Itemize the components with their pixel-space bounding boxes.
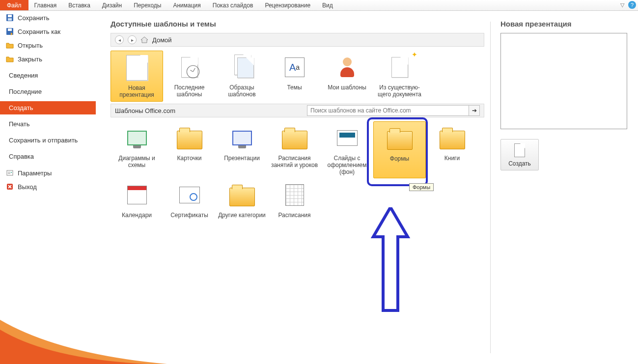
menu-label: Последние: [9, 88, 42, 95]
menu-exit[interactable]: Выход: [0, 180, 96, 194]
tile-label: Темы: [269, 84, 320, 98]
menu-info[interactable]: Сведения: [0, 69, 96, 82]
tile-label: Образцы шаблонов: [217, 84, 267, 98]
menu-label: Печать: [9, 120, 30, 128]
breadcrumb: ◂ ▸ Домой: [111, 33, 484, 47]
menu-create[interactable]: Создать: [0, 101, 96, 114]
tab-animation[interactable]: Анимация: [167, 0, 206, 10]
menu-saveas[interactable]: Сохранить как: [0, 25, 96, 38]
options-icon: [6, 169, 14, 177]
create-label: Создать: [508, 160, 531, 167]
help-button[interactable]: ?: [628, 1, 636, 9]
decorative-swoosh: [0, 315, 167, 364]
tile-label: Из существую-щего документа: [374, 84, 425, 98]
tile-slides-bg[interactable]: Слайды с оформлением (фон): [321, 121, 373, 178]
tile-other-categories[interactable]: Другие категории: [216, 178, 268, 228]
menu-label: Открыть: [18, 42, 43, 49]
svg-point-8: [11, 172, 12, 173]
tile-label: Слайды с оформлением (фон): [322, 155, 372, 175]
preview-thumbnail: [500, 33, 627, 129]
preview-panel: Новая презентация Создать: [491, 11, 638, 364]
search-go-button[interactable]: ➔: [469, 105, 480, 116]
tab-slideshow[interactable]: Показ слайдов: [207, 0, 259, 10]
template-tiles-row2: Диаграммы и схемы Карточки Презентации Р…: [111, 121, 484, 178]
tile-books[interactable]: Книги: [426, 121, 478, 178]
tile-label: Мои шаблоны: [322, 84, 372, 98]
menu-print[interactable]: Печать: [0, 117, 96, 131]
menu-label: Выход: [18, 183, 37, 191]
tile-themes[interactable]: AaТемы: [268, 51, 321, 102]
create-button[interactable]: Создать: [500, 139, 539, 170]
svg-rect-7: [8, 173, 10, 174]
tile-label: Книги: [427, 155, 477, 168]
tile-label: Последние шаблоны: [164, 84, 215, 98]
tile-label: Карточки: [164, 155, 215, 168]
exit-icon: [6, 183, 14, 191]
menu-close[interactable]: Закрыть: [0, 52, 96, 66]
tile-schedules[interactable]: Расписания занятий и уроков: [268, 121, 321, 178]
tile-recent-templates[interactable]: Последние шаблоны: [163, 51, 216, 102]
tile-certificates[interactable]: Сертификаты: [163, 178, 216, 228]
menu-label: Создать: [9, 104, 33, 112]
open-icon: [6, 41, 14, 49]
nav-back-button[interactable]: ◂: [115, 35, 124, 44]
save-icon: [6, 14, 14, 22]
minimize-ribbon-icon[interactable]: ▽: [618, 1, 626, 9]
tile-label: Формы: [375, 155, 424, 169]
tab-transitions[interactable]: Переходы: [128, 0, 167, 10]
tile-forms[interactable]: Формы: [373, 121, 426, 178]
menu-options[interactable]: Параметры: [0, 166, 96, 180]
templates-panel: Доступные шаблоны и темы ◂ ▸ Домой Новая…: [96, 11, 490, 364]
menu-open[interactable]: Открыть: [0, 38, 96, 52]
tab-insert[interactable]: Вставка: [62, 0, 96, 10]
svg-rect-6: [8, 172, 10, 172]
menu-label: Справка: [9, 153, 34, 160]
office-templates-bar: Шаблоны Office.com ➔: [111, 104, 484, 117]
tab-view[interactable]: Вид: [316, 0, 339, 10]
office-templates-label: Шаблоны Office.com: [115, 107, 175, 114]
main-area: Доступные шаблоны и темы ◂ ▸ Домой Новая…: [96, 11, 638, 364]
tile-label: Расписания: [269, 212, 320, 225]
tooltip-forms: Формы: [409, 183, 434, 191]
tile-label: Новая презентация: [112, 84, 162, 98]
tile-sample-templates[interactable]: Образцы шаблонов: [216, 51, 268, 102]
file-tab[interactable]: Файл: [0, 0, 28, 10]
nav-forward-button[interactable]: ▸: [128, 35, 137, 44]
tile-label: Презентации: [217, 155, 267, 168]
tab-review[interactable]: Рецензирование: [259, 0, 316, 10]
tile-presentations[interactable]: Презентации: [216, 121, 268, 178]
menu-label: Параметры: [18, 169, 52, 177]
tile-from-existing[interactable]: ✦Из существую-щего документа: [373, 51, 426, 102]
page-icon: [514, 143, 525, 157]
tile-calendars[interactable]: Календари: [111, 178, 163, 228]
menu-recent[interactable]: Последние: [0, 85, 96, 98]
svg-rect-2: [8, 18, 12, 21]
tile-new-presentation[interactable]: Новая презентация: [111, 51, 163, 102]
search-input[interactable]: [307, 105, 469, 116]
menu-label: Сведения: [9, 72, 38, 79]
tab-design[interactable]: Дизайн: [96, 0, 128, 10]
tile-diagrams[interactable]: Диаграммы и схемы: [111, 121, 163, 178]
home-icon[interactable]: [140, 36, 148, 44]
ribbon: Файл Главная Вставка Дизайн Переходы Ани…: [0, 0, 638, 11]
preview-title: Новая презентация: [500, 20, 627, 28]
menu-help[interactable]: Справка: [0, 150, 96, 163]
saveas-icon: [6, 28, 14, 35]
tile-label: Календари: [111, 212, 162, 225]
close-folder-icon: [6, 55, 14, 63]
tile-label: Диаграммы и схемы: [111, 155, 162, 168]
menu-share[interactable]: Сохранить и отправить: [0, 134, 96, 147]
tile-cards[interactable]: Карточки: [163, 121, 216, 178]
menu-label: Сохранить как: [18, 28, 60, 35]
menu-save[interactable]: Сохранить: [0, 11, 96, 25]
menu-label: Сохранить: [18, 14, 50, 22]
tile-timetables[interactable]: Расписания: [268, 178, 321, 228]
tile-label: Расписания занятий и уроков: [269, 155, 320, 168]
breadcrumb-home[interactable]: Домой: [152, 36, 172, 44]
tile-label: Сертификаты: [164, 212, 215, 225]
tile-my-templates[interactable]: Мои шаблоны: [321, 51, 373, 102]
template-tiles-row1: Новая презентация Последние шаблоны Обра…: [111, 51, 484, 102]
tab-home[interactable]: Главная: [28, 0, 63, 10]
svg-rect-5: [7, 170, 13, 175]
svg-rect-4: [8, 28, 12, 31]
